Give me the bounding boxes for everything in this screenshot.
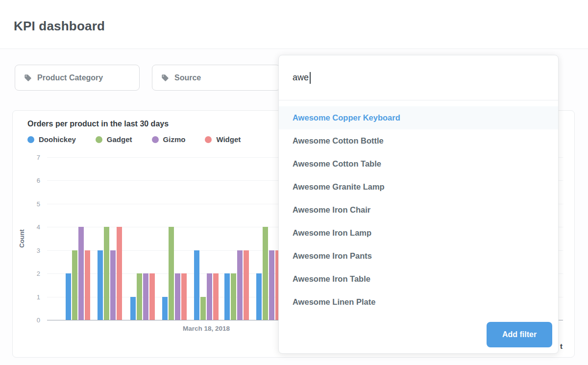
bar-group bbox=[130, 157, 155, 320]
x-axis-tick-label: March 18, 2018 bbox=[183, 325, 230, 332]
y-tick-label: 5 bbox=[37, 200, 40, 207]
legend-dot bbox=[205, 136, 212, 143]
bar-gadget[interactable] bbox=[200, 297, 206, 320]
bar-gadget[interactable] bbox=[169, 227, 174, 320]
bar-gadget[interactable] bbox=[72, 250, 77, 320]
bar-group bbox=[98, 157, 122, 320]
dropdown-option[interactable]: Awesome Iron Pants bbox=[279, 244, 558, 268]
y-tick-label: 0 bbox=[37, 316, 40, 324]
y-tick-label: 1 bbox=[37, 293, 40, 300]
clipped-text-fragment: t bbox=[560, 342, 563, 350]
bar-group bbox=[256, 157, 281, 320]
bar-widget[interactable] bbox=[117, 227, 122, 320]
dropdown-option[interactable]: Awesome Iron Chair bbox=[279, 198, 558, 221]
y-tick-label: 3 bbox=[37, 246, 40, 254]
bar-doohickey[interactable] bbox=[194, 250, 199, 320]
filter-product-category[interactable]: Product Category bbox=[15, 65, 140, 91]
legend-label: Gadget bbox=[107, 135, 132, 144]
y-tick-label: 6 bbox=[37, 177, 40, 184]
bar-gadget[interactable] bbox=[231, 273, 236, 320]
chart-title: Orders per product in the last 30 days bbox=[27, 120, 169, 128]
bar-group bbox=[162, 157, 187, 320]
bar-group bbox=[224, 157, 249, 320]
filter-source[interactable]: Source bbox=[152, 65, 280, 91]
dropdown-option[interactable]: Awesome Linen Plate bbox=[279, 291, 558, 314]
dropdown-option[interactable]: Awesome Granite Lamp bbox=[279, 175, 558, 198]
bar-doohickey[interactable] bbox=[224, 273, 230, 320]
bar-gadget[interactable] bbox=[263, 227, 268, 320]
legend-item-gizmo[interactable]: Gizmo bbox=[152, 135, 186, 144]
bar-gizmo[interactable] bbox=[207, 273, 212, 320]
bar-gizmo[interactable] bbox=[143, 273, 148, 320]
text-caret bbox=[310, 72, 311, 84]
bar-gizmo[interactable] bbox=[110, 250, 116, 320]
bar-gizmo[interactable] bbox=[175, 273, 180, 320]
search-input-value: awe bbox=[293, 73, 309, 83]
legend-item-gadget[interactable]: Gadget bbox=[96, 135, 132, 144]
bar-gizmo[interactable] bbox=[78, 227, 84, 320]
tag-icon bbox=[24, 74, 32, 82]
legend-label: Gizmo bbox=[163, 135, 186, 144]
dropdown-footer: Add filter bbox=[279, 316, 558, 353]
filter-value-dropdown: awe Awesome Copper KeyboardAwesome Cotto… bbox=[278, 55, 559, 354]
bar-doohickey[interactable] bbox=[98, 250, 103, 320]
bar-gadget[interactable] bbox=[104, 227, 109, 320]
legend-item-widget[interactable]: Widget bbox=[205, 135, 241, 144]
y-tick-label: 4 bbox=[37, 223, 40, 231]
dropdown-option[interactable]: Awesome Cotton Bottle bbox=[279, 129, 558, 152]
dropdown-options-list: Awesome Copper KeyboardAwesome Cotton Bo… bbox=[279, 100, 558, 316]
dropdown-search-input[interactable]: awe bbox=[279, 55, 558, 100]
legend-dot bbox=[27, 136, 34, 143]
bar-gadget[interactable] bbox=[137, 273, 142, 320]
y-axis-title: Count bbox=[18, 229, 25, 248]
legend-label: Widget bbox=[216, 135, 241, 144]
bar-gizmo[interactable] bbox=[269, 250, 274, 320]
y-tick-label: 7 bbox=[37, 154, 40, 161]
dropdown-option[interactable]: Awesome Iron Lamp bbox=[279, 221, 558, 244]
bar-doohickey[interactable] bbox=[66, 273, 71, 320]
bar-gizmo[interactable] bbox=[237, 250, 243, 320]
add-filter-button[interactable]: Add filter bbox=[487, 322, 552, 347]
bar-widget[interactable] bbox=[244, 250, 249, 320]
dropdown-option[interactable]: Awesome Cotton Table bbox=[279, 152, 558, 175]
legend-dot bbox=[152, 136, 159, 143]
tag-icon bbox=[161, 74, 169, 82]
filter-label: Source bbox=[174, 73, 201, 82]
dropdown-option[interactable]: Awesome Copper Keyboard bbox=[279, 106, 558, 129]
legend-dot bbox=[96, 136, 102, 143]
legend-label: Doohickey bbox=[39, 135, 76, 144]
bar-doohickey[interactable] bbox=[130, 297, 136, 320]
bar-doohickey[interactable] bbox=[256, 273, 262, 320]
filter-label: Product Category bbox=[37, 73, 103, 82]
bar-widget[interactable] bbox=[181, 273, 187, 320]
chart-legend: DoohickeyGadgetGizmoWidget bbox=[27, 135, 241, 144]
bar-group bbox=[194, 157, 219, 320]
bar-doohickey[interactable] bbox=[162, 297, 168, 320]
bar-widget[interactable] bbox=[149, 273, 155, 320]
bar-group bbox=[66, 157, 90, 320]
legend-item-doohickey[interactable]: Doohickey bbox=[27, 135, 76, 144]
bar-widget[interactable] bbox=[85, 250, 90, 320]
dropdown-option[interactable]: Awesome Iron Table bbox=[279, 268, 558, 291]
page-title: KPI dashboard bbox=[14, 19, 105, 34]
page-header: KPI dashboard bbox=[0, 0, 588, 49]
bar-widget[interactable] bbox=[213, 273, 219, 320]
y-tick-label: 2 bbox=[37, 270, 40, 277]
